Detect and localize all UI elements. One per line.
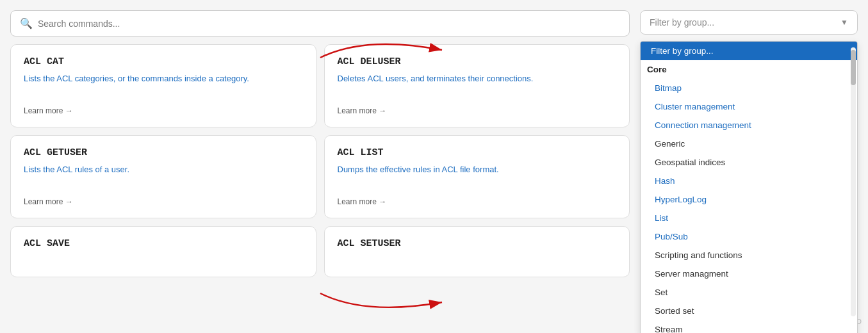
scrollbar-thumb[interactable] <box>851 50 856 85</box>
dropdown-group-core: Core <box>641 60 857 79</box>
dropdown-option-hash[interactable]: Hash <box>641 172 857 190</box>
card-acl-deluser: ACL DELUSER Deletes ACL users, and termi… <box>324 44 630 127</box>
card-description: Lists the ACL rules of a user. <box>24 163 303 190</box>
filter-dropdown-label: Filter by group... <box>650 17 714 28</box>
dropdown-option-generic[interactable]: Generic <box>641 134 857 153</box>
dropdown-option-scripting[interactable]: Scripting and functions <box>641 246 857 264</box>
scrollbar-track <box>851 47 856 316</box>
dropdown-option-hyperloglog[interactable]: HyperLogLog <box>641 190 857 209</box>
card-description: Deletes ACL users, and terminates their … <box>338 72 617 99</box>
dropdown-option-connection-management[interactable]: Connection management <box>641 116 857 134</box>
filter-dropdown-trigger[interactable]: Filter by group... ▼ <box>640 10 858 35</box>
dropdown-option-stream[interactable]: Stream <box>641 320 857 333</box>
dropdown-option-list[interactable]: List <box>641 209 857 227</box>
learn-more-acl-cat[interactable]: Learn more → <box>24 106 303 115</box>
card-description: Lists the ACL categories, or the command… <box>24 72 303 99</box>
learn-more-acl-list[interactable]: Learn more → <box>338 197 617 206</box>
cards-grid: ACL CAT Lists the ACL categories, or the… <box>10 44 630 277</box>
dropdown-option-cluster-management[interactable]: Cluster management <box>641 97 857 116</box>
left-panel: 🔍 ACL CAT Lists the ACL categories, or t… <box>10 10 630 323</box>
dropdown-option-pubsub[interactable]: Pub/Sub <box>641 227 857 246</box>
learn-more-acl-deluser[interactable]: Learn more → <box>338 106 617 115</box>
main-container: 🔍 ACL CAT Lists the ACL categories, or t… <box>0 0 868 333</box>
dropdown-option-bitmap[interactable]: Bitmap <box>641 79 857 97</box>
search-input[interactable] <box>38 19 620 29</box>
learn-more-acl-getuser[interactable]: Learn more → <box>24 197 303 206</box>
card-title: ACL SETUSER <box>338 238 617 249</box>
filter-dropdown-list[interactable]: Filter by group... Core Bitmap Cluster m… <box>640 41 858 333</box>
card-acl-setuser: ACL SETUSER <box>324 226 630 277</box>
card-description: Dumps the effective rules in ACL file fo… <box>338 163 617 190</box>
dropdown-option-filter-by-group[interactable]: Filter by group... <box>641 42 857 60</box>
card-acl-list: ACL LIST Dumps the effective rules in AC… <box>324 135 630 218</box>
chevron-down-icon: ▼ <box>840 18 848 27</box>
dropdown-option-server-managment[interactable]: Server managment <box>641 264 857 283</box>
card-title: ACL SAVE <box>24 238 303 249</box>
card-acl-cat: ACL CAT Lists the ACL categories, or the… <box>10 44 316 127</box>
card-title: ACL GETUSER <box>24 147 303 158</box>
card-title: ACL DELUSER <box>338 56 617 67</box>
card-acl-save: ACL SAVE <box>10 226 316 277</box>
dropdown-option-set[interactable]: Set <box>641 283 857 302</box>
dropdown-panel: Filter by group... ▼ Filter by group... … <box>640 10 858 323</box>
dropdown-option-geospatial[interactable]: Geospatial indices <box>641 153 857 172</box>
card-title: ACL LIST <box>338 147 617 158</box>
search-bar: 🔍 <box>10 10 630 37</box>
card-acl-getuser: ACL GETUSER Lists the ACL rules of a use… <box>10 135 316 218</box>
dropdown-option-sorted-set[interactable]: Sorted set <box>641 302 857 320</box>
search-icon: 🔍 <box>20 17 33 29</box>
card-title: ACL CAT <box>24 56 303 67</box>
